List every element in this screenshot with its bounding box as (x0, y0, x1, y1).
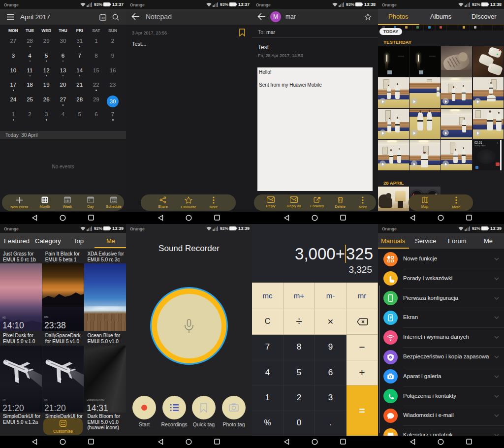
svg-text:30: 30 (101, 16, 105, 20)
